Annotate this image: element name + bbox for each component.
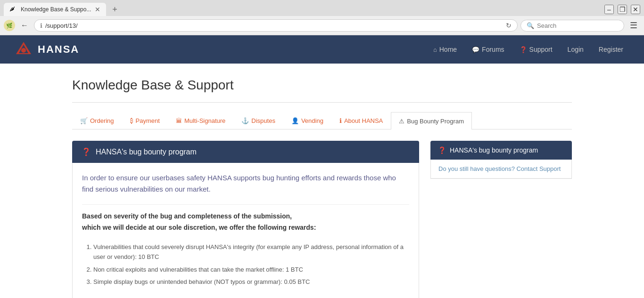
tab-payment-label: Payment — [136, 117, 160, 124]
tab-multi-signature[interactable]: 🏛 Multi-Signature — [168, 112, 233, 129]
window-controls: – ❐ ✕ — [604, 5, 640, 14]
home-icon: ⌂ — [433, 46, 437, 53]
tab-bug-bounty[interactable]: ⚠ Bug Bounty Program — [391, 112, 472, 129]
nav-login[interactable]: Login — [561, 42, 590, 57]
sidebar-header-title: HANSA's bug bounty program — [450, 146, 538, 154]
list-item-text: Simple display bugs or unintended behavi… — [93, 278, 310, 285]
support-icon: ❓ — [520, 46, 527, 53]
disputes-icon: ⚓ — [241, 117, 249, 124]
article-list: Vulnerabilities that could severely disr… — [93, 242, 409, 287]
nav-register-label: Register — [599, 46, 623, 53]
nav-home[interactable]: ⌂ Home — [427, 42, 463, 57]
sidebar: ❓ HANSA's bug bounty program Do you stil… — [430, 141, 572, 298]
search-bar[interactable]: 🔍 — [520, 20, 624, 32]
article-intro: In order to ensure our userbases safety … — [82, 172, 409, 195]
logo-icon — [14, 40, 33, 59]
article-header-icon: ❓ — [82, 147, 91, 156]
article-divider — [82, 204, 409, 205]
nav-forums[interactable]: 💬 Forums — [465, 42, 511, 57]
browser-tab-active[interactable]: 🌶 Knowledge Base & Suppo... ✕ — [4, 3, 106, 16]
multisig-icon: 🏛 — [176, 117, 182, 124]
article-section-title-1: Based on severity of the bug and complet… — [82, 212, 409, 220]
close-button[interactable]: ✕ — [631, 5, 640, 14]
article-header: ❓ HANSA's bug bounty program — [72, 141, 419, 163]
nav-login-label: Login — [568, 46, 584, 53]
nav-links: ⌂ Home 💬 Forums ❓ Support Login Register — [427, 42, 630, 57]
list-item: Simple display bugs or unintended behavi… — [93, 277, 409, 287]
new-tab-button[interactable]: + — [108, 3, 121, 16]
list-item: Non critical exploits and vulnerabilitie… — [93, 265, 409, 275]
minimize-button[interactable]: – — [604, 5, 614, 14]
tab-disputes[interactable]: ⚓ Disputes — [233, 112, 283, 129]
site-logo: HANSA — [14, 40, 79, 59]
list-item: Vulnerabilities that could severely disr… — [93, 242, 409, 262]
article-container: ❓ HANSA's bug bounty program In order to… — [72, 141, 419, 298]
forums-icon: 💬 — [472, 46, 479, 53]
list-item-text: Vulnerabilities that could severely disr… — [93, 243, 404, 260]
tab-bug-bounty-label: Bug Bounty Program — [407, 118, 464, 125]
sidebar-header-icon: ❓ — [438, 146, 446, 154]
vending-icon: 👤 — [291, 117, 299, 124]
tab-vending-label: Vending — [301, 117, 323, 124]
tab-payment[interactable]: ₿ Payment — [122, 112, 168, 129]
article-section-title-2: which we will decide at our sole discret… — [82, 224, 409, 231]
search-input[interactable] — [537, 22, 618, 29]
sidebar-header: ❓ HANSA's bug bounty program — [430, 141, 572, 160]
nav-support-label: Support — [529, 46, 553, 53]
svg-point-2 — [21, 48, 26, 53]
nav-home-label: Home — [439, 46, 457, 53]
browser-chrome: 🌶 Knowledge Base & Suppo... ✕ + – ❐ ✕ 🌿 … — [0, 0, 644, 35]
browser-toolbar: 🌿 ← ℹ /support/13/ ↻ 🔍 ☰ — [0, 16, 644, 35]
title-divider — [72, 102, 572, 103]
tab-multisig-label: Multi-Signature — [184, 117, 225, 124]
address-bar[interactable]: ℹ /support/13/ ↻ — [34, 19, 518, 32]
main-content: Knowledge Base & Support 🛒 Ordering ₿ Pa… — [63, 64, 581, 298]
tab-close-button[interactable]: ✕ — [95, 6, 100, 13]
tab-favicon: 🌶 — [9, 6, 17, 13]
content-layout: ❓ HANSA's bug bounty program In order to… — [72, 141, 572, 298]
back-button[interactable]: ← — [18, 19, 31, 32]
tab-ordering[interactable]: 🛒 Ordering — [72, 112, 122, 129]
sidebar-contact-label: Do you still have questions? Contact Sup… — [438, 165, 561, 172]
site-navigation: HANSA ⌂ Home 💬 Forums ❓ Support Login Re… — [0, 35, 644, 64]
browser-menu-button[interactable]: ☰ — [627, 19, 640, 32]
category-tabs: 🛒 Ordering ₿ Payment 🏛 Multi-Signature ⚓… — [72, 112, 572, 129]
address-text: /support/13/ — [45, 22, 503, 29]
payment-icon: ₿ — [130, 117, 133, 124]
tab-vending[interactable]: 👤 Vending — [283, 112, 331, 129]
nav-register[interactable]: Register — [592, 42, 630, 57]
refresh-button[interactable]: ↻ — [506, 22, 512, 29]
browser-title-bar: 🌶 Knowledge Base & Suppo... ✕ + – ❐ ✕ — [0, 0, 644, 16]
tab-about-label: About HANSA — [344, 117, 383, 124]
sidebar-contact-link[interactable]: Do you still have questions? Contact Sup… — [431, 160, 571, 178]
logo-text: HANSA — [38, 43, 79, 56]
page-title: Knowledge Base & Support — [72, 78, 572, 93]
profile-button[interactable]: 🌿 — [4, 20, 15, 31]
bug-bounty-icon: ⚠ — [399, 118, 405, 125]
tab-about-hansa[interactable]: ℹ About HANSA — [331, 112, 391, 129]
tab-disputes-label: Disputes — [251, 117, 275, 124]
article-header-title: HANSA's bug bounty program — [96, 148, 197, 156]
nav-forums-label: Forums — [482, 46, 504, 53]
tab-ordering-label: Ordering — [90, 117, 114, 124]
info-icon[interactable]: ℹ — [40, 22, 42, 29]
article-body: In order to ensure our userbases safety … — [72, 163, 419, 298]
nav-support[interactable]: ❓ Support — [513, 42, 559, 57]
list-item-text: Non critical exploits and vulnerabilitie… — [93, 266, 303, 273]
page-content: HANSA ⌂ Home 💬 Forums ❓ Support Login Re… — [0, 35, 644, 298]
maximize-button[interactable]: ❐ — [618, 5, 627, 14]
search-icon: 🔍 — [527, 22, 534, 29]
about-icon: ℹ — [339, 117, 342, 124]
sidebar-body: Do you still have questions? Contact Sup… — [430, 160, 572, 179]
tab-title: Knowledge Base & Suppo... — [21, 6, 91, 13]
ordering-icon: 🛒 — [80, 117, 88, 124]
